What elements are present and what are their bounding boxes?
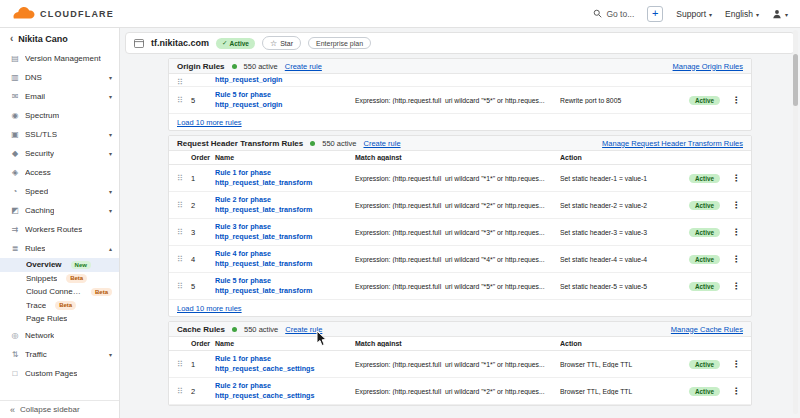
kebab-menu-icon[interactable]: [729, 254, 743, 264]
column-order: Order: [191, 340, 215, 347]
rule-action: Browser TTL, Edge TTL: [560, 388, 689, 395]
star-button[interactable]: Star: [262, 36, 301, 50]
sidebar-item-rules[interactable]: ≣Rules▴: [0, 239, 119, 258]
create-rule-link[interactable]: Create rule: [285, 62, 322, 71]
chevron-down-icon: ▾: [109, 188, 112, 195]
drag-handle-icon[interactable]: [177, 174, 191, 183]
section-title: Origin Rules: [177, 62, 225, 71]
rule-name-link[interactable]: Rule 1 for phasehttp_request_cache_setti…: [215, 354, 355, 373]
sidebar-item-label: Spectrum: [25, 111, 59, 120]
language-label: English: [725, 9, 753, 19]
sidebar-item-workers-routes[interactable]: ⇉Workers Routes: [0, 220, 119, 239]
check-icon: [222, 39, 227, 47]
support-menu[interactable]: Support: [676, 9, 712, 19]
collapse-sidebar-button[interactable]: Collapse sidebar: [0, 400, 119, 418]
rule-action: Set static header-4 = value-4: [560, 256, 689, 263]
sidebar-item-email[interactable]: ✉Email▾: [0, 87, 119, 106]
support-label: Support: [676, 9, 706, 19]
add-site-button[interactable]: +: [647, 6, 663, 22]
sidebar-item-spectrum[interactable]: ◉Spectrum: [0, 106, 119, 125]
rule-name-link[interactable]: Rule 2 for phasehttp_request_late_transf…: [215, 195, 355, 214]
scrollbar[interactable]: [793, 30, 798, 414]
section-title: Cache Rules: [177, 325, 225, 334]
sidebar-item-security[interactable]: ◆Security▾: [0, 144, 119, 163]
rule-match-expression: Expression: (http.request.full_uri wildc…: [355, 256, 560, 263]
kebab-menu-icon[interactable]: [729, 359, 743, 369]
chevron-down-icon: ▾: [109, 131, 112, 138]
table-header: Order Name Match against Action: [169, 151, 751, 165]
email-icon: ✉: [10, 92, 20, 101]
rule-name-link[interactable]: Rule 1 for phasehttp_request_late_transf…: [215, 168, 355, 187]
chevron-down-icon: [785, 9, 788, 19]
sidebar-item-label: SSL/TLS: [25, 130, 57, 139]
chevron-up-icon: ▴: [109, 245, 112, 252]
rule-order: 3: [191, 228, 215, 237]
kebab-menu-icon[interactable]: [729, 173, 743, 183]
chevron-down-icon: ▾: [109, 207, 112, 214]
sidebar-item-trace[interactable]: TraceBeta: [0, 299, 119, 313]
load-more-link[interactable]: Load 10 more rules: [177, 304, 242, 313]
column-name: Name: [215, 154, 355, 161]
kebab-menu-icon[interactable]: [729, 227, 743, 237]
create-rule-link[interactable]: Create rule: [363, 139, 400, 148]
drag-handle-icon[interactable]: [177, 360, 191, 369]
drag-handle-icon[interactable]: [177, 255, 191, 264]
drag-handle-icon[interactable]: [177, 96, 191, 105]
kebab-menu-icon[interactable]: [729, 386, 743, 396]
goto-search[interactable]: Go to...: [593, 9, 634, 19]
create-rule-link[interactable]: Create rule: [285, 325, 322, 334]
scrollbar-thumb[interactable]: [793, 54, 798, 106]
sidebar-item-label: Snippets: [26, 274, 57, 283]
drag-handle-icon[interactable]: [177, 228, 191, 237]
security-icon: ◆: [10, 149, 20, 158]
status-badge: Active: [689, 96, 720, 105]
manage-rules-link[interactable]: Manage Request Header Transform Rules: [602, 139, 743, 148]
sidebar-item-version-management[interactable]: ▤Version Management: [0, 49, 119, 68]
sidebar-item-network[interactable]: ◎Network: [0, 326, 119, 345]
sidebar-item-cloud-connector[interactable]: Cloud ConnectorBeta: [0, 285, 119, 299]
sidebar-item-caching[interactable]: ◩Caching▾: [0, 201, 119, 220]
load-more-link[interactable]: Load 10 more rules: [177, 118, 242, 127]
rule-name-link[interactable]: Rule 2 for phasehttp_request_cache_setti…: [215, 381, 355, 400]
sidebar-item-page-rules[interactable]: Page Rules: [0, 312, 119, 326]
rule-order: 2: [191, 387, 215, 396]
sidebar-item-custom-pages[interactable]: □Custom Pages: [0, 364, 119, 383]
kebab-menu-icon[interactable]: [729, 95, 743, 105]
drag-handle-icon[interactable]: [177, 387, 191, 396]
sidebar-item-ssl-tls[interactable]: ▣SSL/TLS▾: [0, 125, 119, 144]
access-icon: ◈: [10, 168, 20, 177]
rule-name-link[interactable]: Rule 5 for phasehttp_request_origin: [215, 90, 355, 109]
sidebar-item-speed[interactable]: ◔Speed▾: [0, 182, 119, 201]
column-action: Action: [560, 340, 689, 347]
caching-icon: ◩: [10, 206, 20, 215]
rule-name-link[interactable]: Rule 3 for phasehttp_request_late_transf…: [215, 222, 355, 241]
drag-handle-icon[interactable]: [177, 201, 191, 210]
account-header[interactable]: Nikita Cano: [0, 28, 119, 49]
sidebar-item-access[interactable]: ◈Access: [0, 163, 119, 182]
topbar: CLOUDFLARE Go to... + Support English: [0, 0, 800, 28]
column-name: Name: [215, 340, 355, 347]
manage-rules-link[interactable]: Manage Origin Rules: [673, 62, 743, 71]
plus-icon: +: [652, 8, 658, 19]
language-menu[interactable]: English: [725, 9, 759, 19]
manage-rules-link[interactable]: Manage Cache Rules: [671, 325, 743, 334]
sidebar-item-snippets[interactable]: SnippetsBeta: [0, 272, 119, 286]
status-badge: Active: [689, 174, 720, 183]
table-row: 1 Rule 1 for phasehttp_request_cache_set…: [169, 351, 751, 378]
drag-handle-icon[interactable]: [177, 74, 191, 87]
kebab-menu-icon[interactable]: [729, 281, 743, 291]
rule-name-link[interactable]: Rule 5 for phasehttp_request_late_transf…: [215, 276, 355, 295]
status-badge: Active: [689, 255, 720, 264]
sidebar-badge-beta: Beta: [91, 288, 112, 297]
drag-handle-icon[interactable]: [177, 282, 191, 291]
status-badge: Active: [689, 228, 720, 237]
sidebar-item-overview[interactable]: OverviewNew: [0, 258, 119, 272]
account-menu[interactable]: [772, 9, 788, 19]
rule-name-link[interactable]: http_request_origin: [215, 75, 355, 85]
rule-name-link[interactable]: Rule 4 for phasehttp_request_late_transf…: [215, 249, 355, 268]
sidebar-item-traffic[interactable]: ⇅Traffic▾: [0, 345, 119, 364]
column-match: Match against: [355, 154, 560, 161]
cloudflare-logo[interactable]: CLOUDFLARE: [12, 7, 114, 20]
kebab-menu-icon[interactable]: [729, 200, 743, 210]
sidebar-item-dns[interactable]: ▥DNS▾: [0, 68, 119, 87]
